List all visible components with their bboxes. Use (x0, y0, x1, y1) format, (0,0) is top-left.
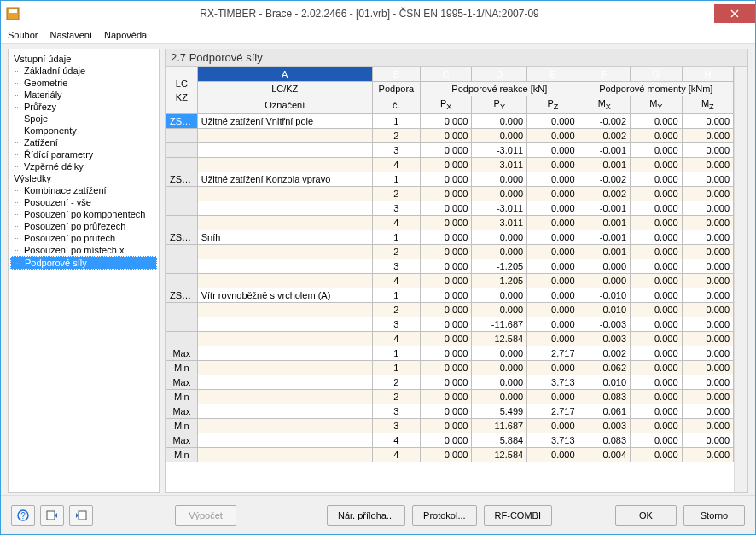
cell-mx[interactable]: 0.000 (579, 259, 630, 274)
cell-my[interactable]: 0.000 (631, 433, 682, 448)
cell-pz[interactable]: 0.000 (527, 448, 579, 462)
cell-support[interactable]: 1 (372, 361, 420, 375)
cell-support[interactable]: 1 (372, 172, 420, 187)
table-row[interactable]: Max40.0005.8843.7130.0830.0000.000 (166, 433, 734, 448)
cell-py[interactable]: 0.000 (472, 303, 527, 317)
cell-pz[interactable]: 0.000 (527, 187, 579, 201)
cell-mz[interactable]: 0.000 (682, 346, 733, 361)
cell-lc[interactable] (166, 332, 198, 346)
cell-label[interactable] (197, 245, 372, 259)
cell-label[interactable] (197, 216, 372, 230)
cell-mz[interactable]: 0.000 (682, 361, 733, 375)
cell-mz[interactable]: 0.000 (682, 288, 733, 303)
cell-pz[interactable]: 0.000 (527, 361, 579, 375)
cell-py[interactable]: 0.000 (472, 288, 527, 303)
table-row[interactable]: 30.000-3.0110.000-0.0010.0000.000 (166, 143, 734, 158)
menu-settings[interactable]: Nastavení (49, 30, 92, 40)
table-row[interactable]: Max20.0000.0003.7130.0100.0000.000 (166, 375, 734, 390)
cell-px[interactable]: 0.000 (420, 419, 471, 433)
calculate-button[interactable]: Výpočet (175, 505, 236, 526)
nav-item[interactable]: Komponenty (10, 125, 157, 137)
cell-mx[interactable]: -0.004 (579, 448, 630, 462)
cell-mz[interactable]: 0.000 (682, 317, 733, 332)
cell-support[interactable]: 1 (372, 230, 420, 245)
cell-px[interactable]: 0.000 (420, 245, 471, 259)
rf-combi-button[interactable]: RF-COMBI (484, 505, 552, 526)
cell-py[interactable]: 5.499 (472, 404, 527, 419)
cell-pz[interactable]: 0.000 (527, 172, 579, 187)
nav-item[interactable]: Posouzení po místech x (10, 244, 157, 256)
cell-label[interactable] (197, 274, 372, 288)
nav-item[interactable]: Posouzení po prutech (10, 232, 157, 244)
cell-mz[interactable]: 0.000 (682, 433, 733, 448)
cell-py[interactable]: 0.000 (472, 390, 527, 404)
col-D[interactable]: D (472, 67, 527, 82)
cell-py[interactable]: -12.584 (472, 448, 527, 462)
cell-label[interactable]: Užitné zatížení Konzola vpravo (197, 172, 372, 187)
nav-item[interactable]: Zatížení (10, 137, 157, 148)
table-row[interactable]: 20.0000.0000.0000.0010.0000.000 (166, 245, 734, 259)
cell-px[interactable]: 0.000 (420, 375, 471, 390)
cell-px[interactable]: 0.000 (420, 274, 471, 288)
table-row[interactable]: 30.000-1.2050.0000.0000.0000.000 (166, 259, 734, 274)
cell-py[interactable]: 0.000 (472, 230, 527, 245)
table-row[interactable]: ZS155Vítr rovnoběžně s vrcholem (A)10.00… (166, 288, 734, 303)
cell-support[interactable]: 2 (372, 390, 420, 404)
cell-lc[interactable]: Max (166, 346, 198, 361)
cell-pz[interactable]: 0.000 (527, 274, 579, 288)
cell-my[interactable]: 0.000 (631, 390, 682, 404)
cell-my[interactable]: 0.000 (631, 288, 682, 303)
cell-my[interactable]: 0.000 (631, 332, 682, 346)
cell-label[interactable] (197, 187, 372, 201)
nav-item[interactable]: Vzpěrné délky (10, 160, 157, 172)
cell-mz[interactable]: 0.000 (682, 230, 733, 245)
table-row[interactable]: Max30.0005.4992.7170.0610.0000.000 (166, 404, 734, 419)
cell-pz[interactable]: 0.000 (527, 201, 579, 216)
cell-support[interactable]: 3 (372, 259, 420, 274)
cell-support[interactable]: 2 (372, 187, 420, 201)
cell-py[interactable]: 0.000 (472, 361, 527, 375)
next-table-button[interactable] (69, 505, 93, 526)
menu-file[interactable]: Soubor (8, 30, 38, 40)
cell-label[interactable] (197, 158, 372, 172)
cell-mx[interactable]: -0.001 (579, 230, 630, 245)
table-row[interactable]: Min30.000-11.6870.000-0.0030.0000.000 (166, 419, 734, 433)
cell-px[interactable]: 0.000 (420, 404, 471, 419)
col-A[interactable]: A (197, 67, 372, 82)
cell-lc[interactable] (166, 216, 198, 230)
cell-py[interactable]: 5.884 (472, 433, 527, 448)
cell-px[interactable]: 0.000 (420, 433, 471, 448)
cell-pz[interactable]: 3.713 (527, 433, 579, 448)
cell-py[interactable]: -12.584 (472, 332, 527, 346)
cell-mx[interactable]: 0.002 (579, 346, 630, 361)
cell-my[interactable]: 0.000 (631, 419, 682, 433)
cell-py[interactable]: 0.000 (472, 129, 527, 143)
cell-label[interactable] (197, 419, 372, 433)
cell-mx[interactable]: 0.001 (579, 158, 630, 172)
nav-item[interactable]: Podporové síly (10, 256, 157, 270)
cell-mz[interactable]: 0.000 (682, 129, 733, 143)
cell-mx[interactable]: -0.062 (579, 361, 630, 375)
col-F[interactable]: F (579, 67, 630, 82)
cell-pz[interactable]: 0.000 (527, 390, 579, 404)
cell-my[interactable]: 0.000 (631, 172, 682, 187)
cell-py[interactable]: -11.687 (472, 317, 527, 332)
table-row[interactable]: Max10.0000.0002.7170.0020.0000.000 (166, 346, 734, 361)
cell-lc[interactable] (166, 187, 198, 201)
cell-py[interactable]: 0.000 (472, 375, 527, 390)
cell-lc[interactable]: ZS141 (166, 230, 198, 245)
cell-pz[interactable]: 0.000 (527, 332, 579, 346)
cell-mz[interactable]: 0.000 (682, 245, 733, 259)
cell-px[interactable]: 0.000 (420, 129, 471, 143)
cell-px[interactable]: 0.000 (420, 230, 471, 245)
nav-item[interactable]: Základní údaje (10, 65, 157, 77)
cell-lc[interactable]: ZS121 (166, 114, 198, 129)
cell-support[interactable]: 3 (372, 201, 420, 216)
cell-pz[interactable]: 0.000 (527, 158, 579, 172)
cell-pz[interactable]: 0.000 (527, 230, 579, 245)
cell-lc[interactable]: Max (166, 433, 198, 448)
cell-label[interactable] (197, 361, 372, 375)
cell-mx[interactable]: 0.083 (579, 433, 630, 448)
cell-mz[interactable]: 0.000 (682, 419, 733, 433)
cell-py[interactable]: -3.011 (472, 216, 527, 230)
